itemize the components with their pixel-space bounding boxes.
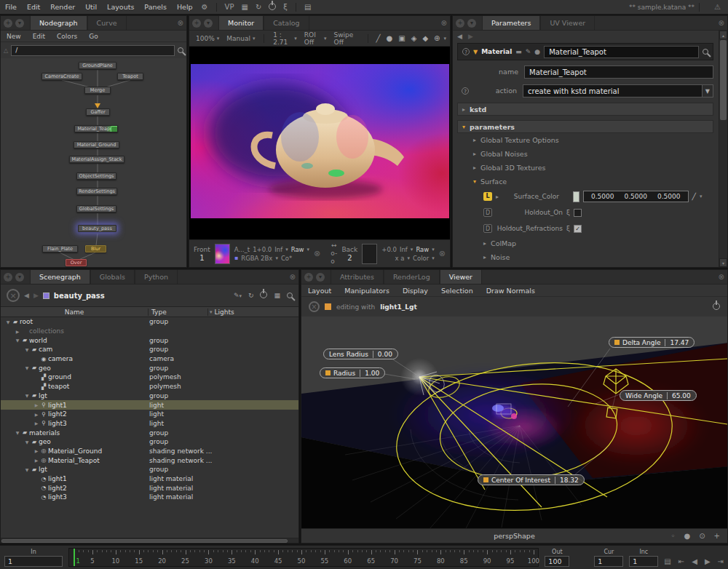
cycle-icon[interactable]: ↻ [248,292,254,299]
menu-render[interactable]: Render [45,3,80,11]
viewer-menu-layout[interactable]: Layout [301,287,338,295]
lens-radius-manipulator[interactable]: Lens Radius0.00 [323,349,398,359]
manipulator-value[interactable]: 17.47 [665,339,689,346]
key-prev-icon[interactable]: ⇤ [678,557,684,565]
clapperboard-icon[interactable]: ▤ [301,3,314,11]
group-colmap[interactable]: ▸ColMap [453,236,718,250]
scenegraph-tab-scenegraph[interactable]: Scenegraph [30,270,90,284]
column-lights[interactable]: ▾Lights [207,309,240,316]
search-icon[interactable] [703,49,708,55]
node-name-field[interactable]: Material_Teapot [544,46,699,58]
color-swatch[interactable] [573,191,579,202]
nodegraph-menu-new[interactable]: New [1,33,27,40]
wrench-icon[interactable]: ✎ [526,48,531,55]
pane-menu-icon[interactable]: ▾ [204,19,213,28]
viewer-menu-selection[interactable]: Selection [435,287,480,295]
warning-icon[interactable]: ⚠ [714,3,721,11]
scroll-thumb[interactable] [1,539,288,543]
back-component[interactable]: Color [413,254,429,263]
ratio-select[interactable]: 1 : 2.71▾ [270,31,300,46]
snapshot-icon[interactable]: ▤ [664,557,670,565]
default-state-badge[interactable]: D [483,224,492,233]
tree-expander-icon[interactable]: ▶ [15,329,20,334]
section-parameters[interactable]: ▾parameters [457,120,713,133]
viewer-tab-viewer[interactable]: Viewer [440,270,482,284]
forward-icon[interactable]: ▶ [33,292,39,299]
current-frame-input[interactable]: 1 [594,556,623,567]
expander-icon[interactable]: ▸ [496,194,499,200]
close-icon[interactable]: ⊗ [178,19,183,27]
tree-expander-icon[interactable]: ▶ [33,402,39,407]
back-icon[interactable]: ◀ [24,292,29,299]
group-global-noises[interactable]: ▸Global Noises [453,147,718,161]
cycle-icon[interactable]: ↻ [252,3,265,11]
editing-target[interactable]: light1_Lgt [380,303,417,311]
back-icon[interactable]: ◀ [457,33,462,40]
holdout-on-checkbox[interactable] [574,209,582,217]
nodegraph-menu-colors[interactable]: Colors [51,33,83,40]
horizontal-scrollbar[interactable] [1,538,298,543]
node-teapot[interactable]: Teapot [117,73,143,80]
clear-edit-icon[interactable]: × [309,301,320,312]
holdout-refractions-checkbox[interactable]: ✓ [574,225,582,233]
chevron-down-icon[interactable]: ▾ [443,36,446,41]
power-icon[interactable] [260,291,267,300]
scenegraph-row-teapot[interactable]: ▞teapotpolymesh [1,382,298,391]
pane-split-icon[interactable]: + [4,19,12,28]
increment-input[interactable]: 1 [629,556,658,567]
color-values[interactable]: 0.50000.50000.5000 [583,191,689,202]
front-exposure[interactable]: 1+0.0 [253,245,272,254]
scenegraph-row-material-teapot[interactable]: ▶◎Material_Teapotshading network ... [1,455,298,465]
menu-util[interactable]: Util [80,3,102,11]
group-global-3d-textures[interactable]: ▸Global 3D Textures [453,161,718,175]
scenegraph-row-materials[interactable]: ▼▰materialsgroup [1,428,298,437]
front-channels[interactable]: RGBA 2Bx [241,254,272,263]
node-path-input[interactable]: / [11,45,175,56]
node-rendersettings[interactable]: RenderSettings [76,188,117,195]
tag-icon[interactable]: ▬ [515,48,522,55]
note-icon[interactable]: ● [534,48,540,55]
playhead[interactable] [74,549,75,566]
roi-select[interactable]: ROI Off▾ [301,31,330,46]
scroll-thumb[interactable] [720,40,727,120]
parameters-tab-uv-viewer[interactable]: UV Viewer [540,16,595,30]
aperture-icon[interactable]: ⊙ [699,532,705,540]
close-icon[interactable]: ⊗ [719,19,724,27]
pen-icon[interactable]: ╱ [373,34,382,42]
scenegraph-row-world[interactable]: ▼▰worldgroup [1,335,298,345]
step-forward-icon[interactable]: ▶ [705,557,711,565]
section-kstd[interactable]: ▸kstd [457,103,713,116]
link-icon[interactable]: o-o [331,250,337,266]
pane-menu-icon[interactable]: ▾ [15,273,24,282]
back-clamp[interactable]: Inf [400,245,408,254]
menu-edit[interactable]: Edit [22,3,45,11]
node-material-ground[interactable]: Material_Ground [74,141,119,148]
scenegraph-row-light2[interactable]: ▶⚲light2light [1,410,298,419]
tree-expander-icon[interactable]: ▼ [5,319,11,325]
viewer-tab-renderlog[interactable]: RenderLog [384,270,440,284]
dot-icon[interactable]: ◦ [671,532,676,540]
person-icon[interactable]: ξ [280,3,291,11]
chevron-down-icon[interactable]: ▾ [700,194,703,199]
nodegraph-menu-edit[interactable]: Edit [27,33,51,40]
viewed-node-name[interactable]: beauty_pass [54,292,105,300]
scenegraph-row-light3[interactable]: ▶⚲light3light [1,419,298,429]
scenegraph-row-light1[interactable]: ▶⚲light1light [1,400,298,410]
monitor-tab-catalog[interactable]: Catalog [264,16,309,30]
front-colorspace[interactable]: Raw [291,245,304,254]
scroll-up-icon[interactable]: ▴ [719,31,727,39]
gear-icon[interactable]: ⚙ [198,3,212,11]
menu-file[interactable]: File [0,3,22,11]
help-icon[interactable]: ? [462,48,470,55]
back-colorspace[interactable]: Raw [416,245,429,254]
search-icon[interactable] [287,293,293,298]
nodegraph-menu-go[interactable]: Go [83,33,103,40]
node-beauty-pass[interactable]: beauty_pass [78,225,116,232]
node-flain-plate[interactable]: Flain_Plate [42,245,78,252]
scenegraph-row-root[interactable]: ▼▰rootgroup [1,317,298,327]
manipulator-value[interactable]: 65.00 [667,392,691,399]
tree-expander-icon[interactable]: ▶ [33,421,39,426]
front-buffer-thumbnail[interactable] [215,244,230,264]
key-next-icon[interactable]: ⇥ [718,557,724,565]
node-globalsettings[interactable]: GlobalSettings [76,205,116,212]
